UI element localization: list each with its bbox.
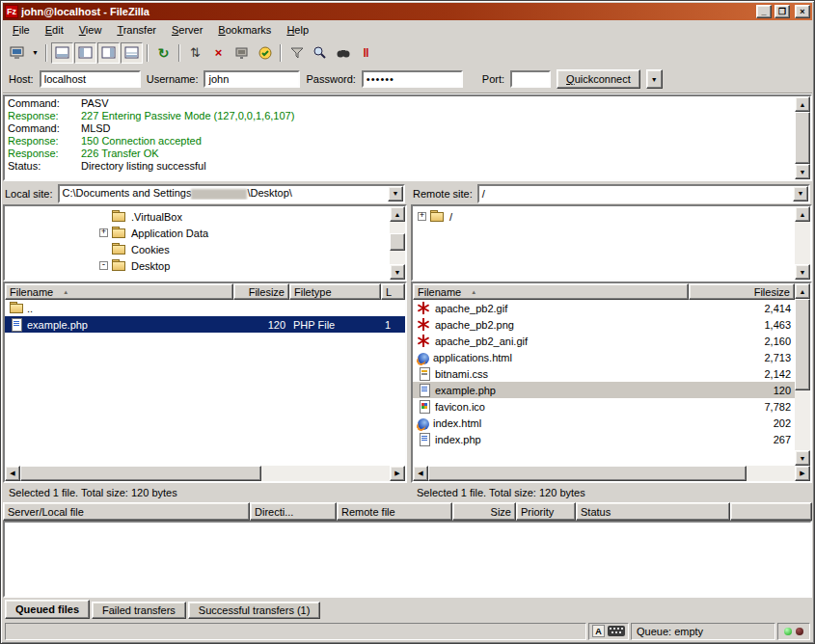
close-button[interactable]: × [795,5,810,18]
tree-item-virtualbox[interactable]: .VirtualBox [5,208,390,225]
refresh-icon[interactable]: ↻ [152,42,175,64]
scrollbar-thumb[interactable] [795,299,810,390]
scrollbar-thumb[interactable] [428,466,747,481]
port-input[interactable] [510,70,551,88]
scrollbar-track[interactable] [390,222,405,264]
remote-site-combo[interactable]: / ▼ [477,184,810,203]
scroll-left-icon[interactable]: ◀ [413,466,428,481]
column-header-filename[interactable]: Filename▲ [5,283,233,300]
tree-item-desktop[interactable]: -Desktop [5,257,390,274]
cancel-operation-icon[interactable]: × [207,42,230,64]
scroll-left-icon[interactable]: ◀ [5,466,20,481]
speed-limits-icon[interactable]: ‖ [355,42,377,64]
maximize-button[interactable]: ❐ [774,5,790,18]
filename-filters-icon[interactable] [285,42,308,64]
scroll-down-icon[interactable]: ▼ [795,164,810,179]
toggle-transfer-queue-icon[interactable] [121,42,143,64]
transfer-type-icon[interactable]: A [592,625,605,637]
menu-help[interactable]: Help [279,22,316,38]
file-row-example-php[interactable]: example.php120 [413,382,795,398]
column-header-lastmodified[interactable]: L [381,283,405,300]
column-header-filename[interactable]: Filename▲ [413,283,689,300]
menu-server[interactable]: Server [164,22,210,38]
scroll-up-icon[interactable]: ▲ [795,96,810,112]
site-manager-icon[interactable] [6,42,28,64]
scroll-down-icon[interactable]: ▼ [390,264,405,280]
queue-column-priority[interactable]: Priority [516,502,576,521]
process-queue-icon[interactable]: ⇅ [184,42,206,64]
file-row-apache-pb2-gif[interactable]: apache_pb2.gif2,414 [413,300,795,316]
remote-hscrollbar[interactable]: ◀ ▶ [413,466,810,481]
scrollbar-track[interactable] [795,222,810,264]
local-site-dropdown-icon[interactable]: ▼ [388,186,403,201]
remote-tree-scrollbar[interactable]: ▲ ▼ [795,206,810,280]
log-scrollbar[interactable]: ▲ ▼ [795,96,810,179]
local-hscrollbar[interactable]: ◀ ▶ [5,466,405,481]
file-row-index-php[interactable]: index.php267 [413,431,795,447]
scroll-right-icon[interactable]: ▶ [390,466,405,481]
collapse-icon[interactable]: - [99,261,108,270]
remote-site-dropdown-icon[interactable]: ▼ [793,186,808,201]
file-row-favicon-ico[interactable]: favicon.ico7,782 [413,398,795,415]
queue-column-size[interactable]: Size [452,502,516,521]
queue-column-server-local-file[interactable]: Server/Local file [3,502,250,521]
quickconnect-button[interactable]: Quickconnect [557,69,640,89]
expand-icon[interactable]: + [99,228,108,237]
tree-item-cookies[interactable]: Cookies [5,241,390,257]
scroll-up-icon[interactable]: ▲ [390,206,405,222]
file-row-applications-html[interactable]: applications.html2,713 [413,349,795,365]
toggle-remote-tree-icon[interactable] [97,42,120,64]
scroll-up-icon[interactable]: ▲ [795,283,810,299]
toggle-local-tree-icon[interactable] [74,42,96,64]
column-header-filesize[interactable]: Filesize [689,283,795,300]
expand-icon[interactable]: + [418,212,426,221]
file-row-bitnami-css[interactable]: bitnami.css2,142 [413,365,795,382]
tree-item-application-data[interactable]: +Application Data [5,225,390,241]
minimize-button[interactable]: _ [756,5,772,18]
menu-bookmarks[interactable]: Bookmarks [210,22,279,38]
scrollbar-track[interactable] [795,112,810,164]
tab-queued-files[interactable]: Queued files [5,600,90,619]
username-input[interactable] [204,70,300,88]
scroll-right-icon[interactable]: ▶ [795,466,810,481]
tab-successful-transfers[interactable]: Successful transfers (1) [188,602,321,619]
file-row-example-php[interactable]: example.php120PHP File1 [5,316,405,333]
scroll-up-icon[interactable]: ▲ [795,206,810,222]
file-row-apache-pb2-png[interactable]: apache_pb2.png1,463 [413,316,795,333]
file-row-apache-pb2-ani-gif[interactable]: apache_pb2_ani.gif2,160 [413,333,795,349]
column-header-filesize[interactable]: Filesize [233,283,289,300]
local-site-combo[interactable]: C:\Documents and Settings\Desktop\ ▼ [58,184,405,203]
toggle-message-log-icon[interactable] [51,42,73,64]
file-row-[interactable]: .. [5,300,405,316]
find-files-icon[interactable] [332,42,354,64]
scroll-down-icon[interactable]: ▼ [795,450,810,466]
host-input[interactable] [40,70,141,88]
scrollbar-track[interactable] [428,466,795,481]
menu-edit[interactable]: Edit [38,22,71,38]
local-tree-scrollbar[interactable]: ▲ ▼ [390,206,405,280]
menu-file[interactable]: File [5,22,38,38]
keyboard-icon[interactable] [608,626,625,636]
scrollbar-thumb[interactable] [20,466,261,481]
column-header-filetype[interactable]: Filetype [289,283,381,300]
queue-column-direction[interactable]: Directi... [250,502,337,521]
queue-column-status[interactable]: Status [576,502,730,521]
reconnect-icon[interactable] [254,42,276,64]
file-row-index-html[interactable]: index.html202 [413,415,795,431]
scroll-down-icon[interactable]: ▼ [795,264,810,280]
remote-list-scrollbar[interactable]: ▲ ▼ [795,283,810,466]
tab-failed-transfers[interactable]: Failed transfers [92,602,186,619]
scrollbar-thumb[interactable] [795,112,810,164]
disconnect-icon[interactable] [231,42,253,64]
password-input[interactable] [362,70,463,88]
queue-column-remote-file[interactable]: Remote file [337,502,452,521]
tree-item-[interactable]: +/ [413,208,795,225]
menu-transfer[interactable]: Transfer [109,22,164,38]
menu-view[interactable]: View [71,22,110,38]
scrollbar-track[interactable] [795,299,810,450]
scrollbar-thumb[interactable] [390,233,405,251]
scrollbar-track[interactable] [20,466,390,481]
directory-comparison-icon[interactable] [309,42,331,64]
quickconnect-dropdown-icon[interactable]: ▼ [646,69,663,89]
site-manager-dropdown-icon[interactable]: ▼ [29,42,41,64]
